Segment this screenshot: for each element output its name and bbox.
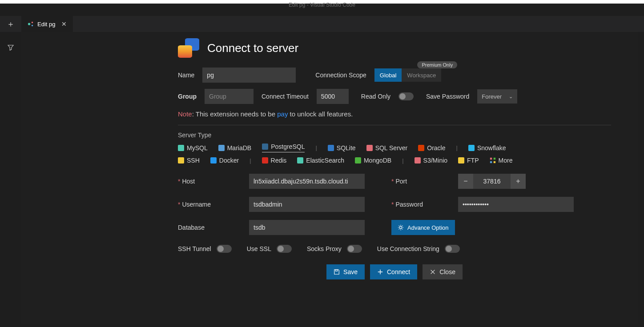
save-icon xyxy=(334,269,340,275)
server-type-label: SSH xyxy=(187,157,200,164)
tab-edit-pg[interactable]: Edit pg ✕ xyxy=(21,16,73,32)
server-type-elasticsearch[interactable]: ElasticSearch xyxy=(297,157,344,164)
connect-label: Connect xyxy=(387,268,410,275)
server-type-sqlite[interactable]: SQLite xyxy=(328,144,356,152)
server-type-label: More xyxy=(499,157,513,164)
connect-button[interactable]: Connect xyxy=(370,264,417,279)
server-type-label: S3/Minio xyxy=(423,157,447,164)
editor-area: Connect to server Name Connection Scope … xyxy=(21,32,638,324)
server-type-ftp[interactable]: FTP xyxy=(458,157,479,164)
ssh-tunnel-toggle[interactable] xyxy=(217,245,232,253)
database-icon xyxy=(178,38,199,58)
server-type-snowflake[interactable]: Snowflake xyxy=(468,144,506,152)
savepw-value: Forever xyxy=(482,93,502,100)
ssh-tunnel-label: SSH Tunnel xyxy=(178,245,211,252)
name-input[interactable] xyxy=(202,68,296,83)
server-type-more[interactable]: More xyxy=(490,157,513,164)
ssh-icon xyxy=(178,157,184,164)
mysql-icon xyxy=(178,145,184,151)
database-label: Database xyxy=(178,224,249,231)
close-icon[interactable]: ✕ xyxy=(61,20,67,28)
save-label: Save xyxy=(343,268,358,275)
server-type-oracle[interactable]: Oracle xyxy=(418,144,445,152)
new-tab-button[interactable]: ＋ xyxy=(0,16,21,32)
connection-grid: Host Port − + Username Password Database… xyxy=(178,174,611,235)
premium-badge: Premium Only xyxy=(417,61,457,68)
server-type-label: Redis xyxy=(271,157,287,164)
toggles-row: SSH Tunnel Use SSL Socks Proxy Use Conne… xyxy=(178,245,611,253)
port-label: Port xyxy=(391,178,458,185)
server-type-ssh[interactable]: SSH xyxy=(178,157,200,164)
tab-bar: ＋ Edit pg ✕ xyxy=(0,16,644,32)
conn-string-label: Use Connection String xyxy=(377,245,439,252)
server-type-sql-server[interactable]: SQL Server xyxy=(366,144,408,152)
mongodb-icon xyxy=(355,157,361,164)
db-tab-icon xyxy=(28,21,34,27)
elasticsearch-icon xyxy=(297,157,303,164)
sql-server-icon xyxy=(366,145,373,151)
server-type-redis[interactable]: Redis xyxy=(262,157,287,164)
filter-icon[interactable] xyxy=(0,44,21,51)
type-divider: | xyxy=(402,157,403,164)
server-type-postgresql[interactable]: PostgreSQL xyxy=(262,143,305,152)
savepw-select[interactable]: Forever ⌄ xyxy=(477,89,517,104)
note-prefix: Note xyxy=(178,110,192,118)
server-type-mariadb[interactable]: MariaDB xyxy=(218,144,251,152)
server-types-row2: SSHDocker|RedisElasticSearchMongoDB|S3/M… xyxy=(178,157,611,164)
scope-label: Connection Scope xyxy=(315,72,366,79)
server-type-label: ElasticSearch xyxy=(306,157,344,164)
action-buttons: Save Connect Close xyxy=(178,264,611,279)
username-input[interactable] xyxy=(249,197,365,212)
server-type-label: Oracle xyxy=(427,144,445,152)
postgresql-icon xyxy=(262,144,268,150)
server-type-mongodb[interactable]: MongoDB xyxy=(355,157,391,164)
server-type-label: Server Type xyxy=(178,132,611,139)
gear-icon xyxy=(398,224,404,231)
password-input[interactable] xyxy=(458,197,574,212)
database-input[interactable] xyxy=(249,220,365,235)
svg-point-0 xyxy=(28,23,30,25)
server-type-mysql[interactable]: MySQL xyxy=(178,144,208,152)
page-title: Connect to server xyxy=(207,41,298,55)
host-input[interactable] xyxy=(249,174,365,189)
server-type-docker[interactable]: Docker xyxy=(210,157,239,164)
server-type-s3-minio[interactable]: S3/Minio xyxy=(415,157,447,164)
pay-link[interactable]: pay xyxy=(277,110,288,118)
server-type-label: MariaDB xyxy=(227,144,251,152)
close-button[interactable]: Close xyxy=(423,264,463,279)
scope-workspace-button[interactable]: Workspace Premium Only xyxy=(402,68,441,82)
save-button[interactable]: Save xyxy=(326,264,365,279)
group-label: Group xyxy=(178,93,197,100)
svg-rect-5 xyxy=(490,161,491,163)
close-action-icon xyxy=(430,269,436,275)
server-type-label: MongoDB xyxy=(364,157,391,164)
connection-form: Connect to server Name Connection Scope … xyxy=(178,38,611,279)
advance-option-button[interactable]: Advance Option xyxy=(391,220,455,235)
server-type-label: Docker xyxy=(219,157,239,164)
timeout-input[interactable] xyxy=(317,89,349,104)
username-label: Username xyxy=(178,201,249,208)
note-mid: : This extension needs to be xyxy=(192,110,278,118)
plus-icon xyxy=(377,269,383,275)
svg-rect-3 xyxy=(490,158,491,160)
socks-proxy-toggle[interactable] xyxy=(347,245,362,253)
readonly-label: Read Only xyxy=(361,93,390,100)
separator xyxy=(178,125,611,125)
savepw-label: Save Password xyxy=(426,93,469,100)
note-suffix: to unlock all features. xyxy=(288,110,353,118)
use-ssl-label: Use SSL xyxy=(247,245,271,252)
window-top-edge xyxy=(0,0,644,4)
group-input[interactable] xyxy=(205,89,254,104)
svg-rect-8 xyxy=(335,270,337,271)
mariadb-icon xyxy=(218,145,225,151)
s3-minio-icon xyxy=(415,157,421,164)
chevron-down-icon: ⌄ xyxy=(509,94,513,100)
conn-string-toggle[interactable] xyxy=(445,245,460,253)
port-input[interactable] xyxy=(473,174,511,189)
use-ssl-toggle[interactable] xyxy=(277,245,292,253)
oracle-icon xyxy=(418,145,424,151)
scope-global-button[interactable]: Global xyxy=(374,68,402,82)
readonly-toggle[interactable] xyxy=(398,92,414,100)
port-decrement-button[interactable]: − xyxy=(458,174,473,189)
port-increment-button[interactable]: + xyxy=(511,174,526,189)
